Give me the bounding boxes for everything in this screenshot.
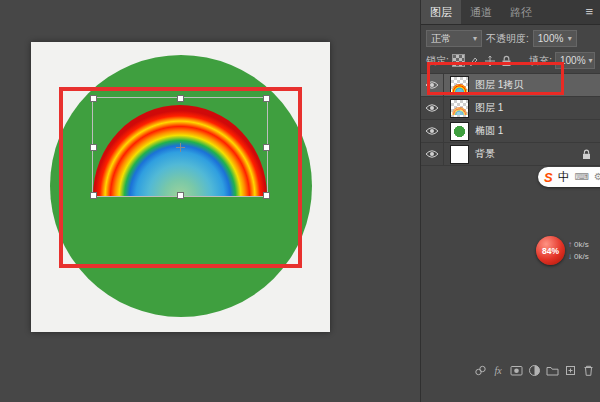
transform-handle-sw[interactable] (90, 192, 97, 199)
blend-mode-select[interactable]: 正常 ▾ (426, 30, 482, 47)
upload-speed-row: ↑0k/s (568, 239, 589, 251)
performance-ball-widget[interactable]: 84% (536, 236, 565, 265)
background-lock-icon (582, 149, 591, 160)
download-speed-row: ↓0k/s (568, 251, 589, 263)
transform-center-point-icon (176, 143, 185, 152)
upload-speed-value: 0k/s (574, 240, 589, 249)
layer-thumbnail[interactable] (451, 146, 468, 163)
delete-layer-trash-icon[interactable] (581, 363, 595, 377)
tab-channels[interactable]: 通道 (461, 0, 501, 24)
layer-name[interactable]: 图层 1 (475, 101, 503, 115)
layer-thumbnail[interactable] (451, 123, 468, 140)
download-arrow-icon: ↓ (568, 252, 572, 261)
opacity-value: 100% (538, 33, 564, 44)
add-layer-mask-icon[interactable] (509, 363, 523, 377)
red-annotation-selected-layer (427, 62, 564, 95)
upload-arrow-icon: ↑ (568, 240, 572, 249)
link-layers-icon[interactable] (473, 363, 487, 377)
layer-name[interactable]: 背景 (475, 147, 495, 161)
document-canvas[interactable] (31, 42, 330, 332)
transform-handle-e[interactable] (263, 144, 270, 151)
blend-mode-value: 正常 (431, 32, 451, 46)
layer-style-fx-icon[interactable]: fx (491, 363, 505, 377)
transform-handle-nw[interactable] (90, 95, 97, 102)
download-speed-value: 0k/s (574, 252, 589, 261)
transform-handle-s[interactable] (177, 192, 184, 199)
layer-row-layer1[interactable]: 图层 1 (421, 97, 600, 120)
ime-mode-indicator[interactable]: 中 (558, 171, 570, 183)
chevron-down-icon: ▾ (568, 34, 572, 43)
ime-keyboard-icon[interactable]: ⌨ (575, 172, 589, 182)
layer-row-ellipse1[interactable]: 椭圆 1 (421, 120, 600, 143)
visibility-eye-icon[interactable] (421, 97, 444, 119)
new-group-folder-icon[interactable] (545, 363, 559, 377)
ime-settings-gear-icon[interactable]: ⚙ (594, 172, 600, 182)
performance-percent: 84% (542, 246, 559, 256)
chevron-down-icon: ▾ (473, 34, 477, 43)
ime-status-bar[interactable]: S 中 ⌨ ⚙ (538, 167, 600, 187)
layer-row-background[interactable]: 背景 (421, 143, 600, 166)
tab-paths[interactable]: 路径 (501, 0, 541, 24)
panel-menu-icon[interactable]: ≡ (578, 0, 600, 24)
panel-tab-bar: 图层 通道 路径 ≡ (421, 0, 600, 25)
network-speed-widget: ↑0k/s ↓0k/s (568, 239, 589, 263)
photoshop-workspace: 图层 通道 路径 ≡ 正常 ▾ 不透明度: 100% ▾ 锁定: (0, 0, 600, 402)
transform-handle-n[interactable] (177, 95, 184, 102)
opacity-select[interactable]: 100% ▾ (533, 30, 577, 47)
chevron-down-icon: ▾ (589, 56, 593, 65)
visibility-eye-icon[interactable] (421, 120, 444, 142)
ime-logo-icon[interactable]: S (544, 171, 553, 184)
visibility-eye-icon[interactable] (421, 143, 444, 165)
blend-options-row: 正常 ▾ 不透明度: 100% ▾ (421, 25, 600, 50)
transform-handle-w[interactable] (90, 144, 97, 151)
rainbow-thumbnail-art (452, 107, 467, 115)
layers-panel: 图层 通道 路径 ≡ 正常 ▾ 不透明度: 100% ▾ 锁定: (420, 0, 600, 402)
layer-thumbnail[interactable] (451, 100, 468, 117)
transform-handle-se[interactable] (263, 192, 270, 199)
opacity-label: 不透明度: (486, 32, 529, 46)
adjustment-layer-icon[interactable] (527, 363, 541, 377)
tab-layers[interactable]: 图层 (421, 0, 461, 24)
layers-panel-bottom-bar: fx (421, 360, 600, 380)
new-layer-icon[interactable] (563, 363, 577, 377)
transform-handle-ne[interactable] (263, 95, 270, 102)
transform-bounding-box[interactable] (92, 97, 268, 197)
layer-name[interactable]: 椭圆 1 (475, 124, 503, 138)
